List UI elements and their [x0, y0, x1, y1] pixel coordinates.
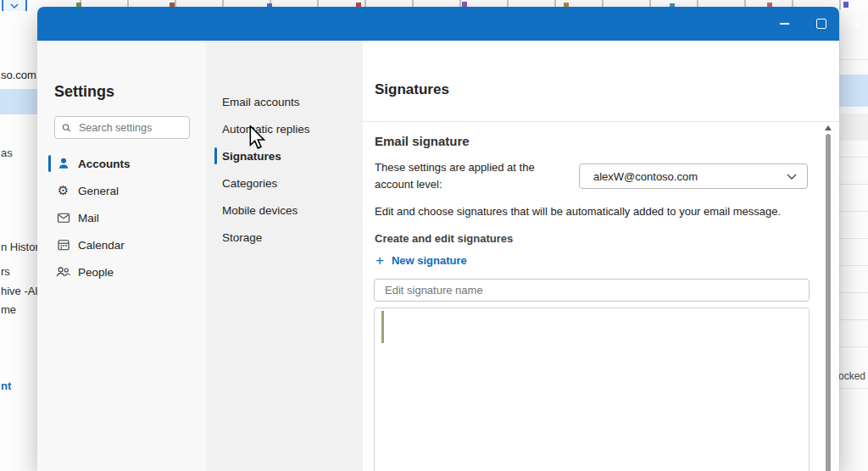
- dialog-body: Settings Accounts: [37, 41, 839, 471]
- chevron-down-icon: [10, 3, 19, 8]
- close-button[interactable]: ✕: [843, 13, 868, 35]
- row-divider: [839, 388, 868, 389]
- account-level-label-line1: These settings are applied at the: [375, 161, 535, 174]
- nav-item-label: Mobile devices: [222, 204, 298, 217]
- minimize-icon: [780, 23, 789, 25]
- sidebar-item-accounts[interactable]: Accounts: [37, 150, 206, 177]
- nav-item-automatic-replies[interactable]: Automatic replies: [206, 115, 363, 142]
- row-divider: [839, 292, 868, 293]
- sidebar-item-people[interactable]: People: [37, 258, 206, 285]
- message-text-fragment: ocked o: [838, 370, 868, 382]
- sidebar-item-label: People: [78, 266, 114, 279]
- nav-item-label: Categories: [222, 177, 277, 190]
- mail-icon: [56, 211, 70, 225]
- account-level-label: These settings are applied at the accoun…: [375, 159, 570, 193]
- scrollbar-up-arrow[interactable]: [825, 125, 832, 130]
- selected-message-row-fragment-right[interactable]: [839, 75, 868, 107]
- row-divider: [839, 265, 868, 266]
- close-icon: ✕: [854, 18, 863, 30]
- row-divider: [839, 346, 868, 347]
- new-signature-label: New signature: [392, 254, 467, 267]
- settings-sidebar: Settings Accounts: [37, 41, 206, 471]
- text-fragment: as: [1, 147, 13, 159]
- search-icon: [62, 123, 71, 133]
- new-signature-button[interactable]: + New signature: [376, 253, 467, 268]
- account-level-label-line2: account level:: [375, 178, 442, 191]
- selection-indicator: [48, 155, 51, 172]
- folder-fragment-2[interactable]: me: [1, 303, 16, 316]
- nav-item-signatures[interactable]: Signatures: [206, 142, 363, 169]
- sidebar-item-calendar[interactable]: Calendar: [37, 231, 206, 258]
- email-signature-heading: Email signature: [375, 134, 470, 148]
- nav-item-email-accounts[interactable]: Email accounts: [206, 88, 363, 115]
- row-divider: [839, 59, 868, 60]
- sidebar-nav: Accounts ⚙ General Mail: [37, 150, 206, 285]
- row-divider: [839, 211, 868, 212]
- signatures-panel: Signatures Email signature These setting…: [363, 41, 839, 471]
- row-divider: [839, 184, 868, 185]
- sidebar-item-label: Calendar: [78, 239, 125, 252]
- page-title: Signatures: [375, 81, 449, 98]
- create-edit-signatures-label: Create and edit signatures: [375, 232, 513, 245]
- account-dropdown-value: alexW@contoso.com: [593, 170, 698, 183]
- search-input[interactable]: [77, 121, 182, 135]
- gear-icon: ⚙: [56, 184, 70, 198]
- nav-item-label: Storage: [222, 231, 262, 244]
- nav-item-categories[interactable]: Categories: [206, 169, 363, 197]
- add-account-link-fragment[interactable]: nt: [1, 380, 11, 392]
- person-icon: [56, 157, 70, 171]
- settings-dialog: ✕ Settings A: [37, 7, 839, 471]
- minimize-button[interactable]: [770, 13, 798, 35]
- account-dropdown[interactable]: alexW@contoso.com: [579, 163, 808, 189]
- signatures-description: Edit and choose signatures that will be …: [375, 205, 781, 218]
- plus-icon: +: [376, 253, 384, 268]
- mouse-cursor: [248, 125, 267, 151]
- row-divider: [839, 238, 868, 239]
- text-caret: [381, 311, 384, 343]
- selected-message-row-fragment[interactable]: [0, 89, 37, 114]
- screen: so.com as n History rs hive -Alex me nt …: [0, 0, 868, 471]
- sidebar-item-label: Mail: [78, 212, 99, 224]
- settings-title: Settings: [54, 83, 114, 101]
- email-address-fragment: so.com: [1, 69, 36, 81]
- nav-item-label: Email accounts: [222, 96, 300, 108]
- background-folder-pane: so.com as n History rs hive -Alex me nt: [0, 11, 37, 471]
- sidebar-item-mail[interactable]: Mail: [37, 204, 206, 231]
- dialog-titlebar: ✕: [37, 7, 839, 41]
- sidebar-item-general[interactable]: ⚙ General: [37, 177, 206, 204]
- folder-fragment[interactable]: rs: [1, 265, 10, 278]
- calendar-icon: [56, 238, 70, 252]
- row-divider: [839, 157, 868, 158]
- nav-item-label: Signatures: [222, 150, 281, 163]
- signature-editor[interactable]: AA A B I U: [374, 308, 810, 471]
- sidebar-item-label: General: [78, 185, 119, 197]
- row-divider: [839, 319, 868, 320]
- nav-item-mobile-devices[interactable]: Mobile devices: [206, 197, 363, 224]
- chevron-down-icon: [787, 174, 797, 180]
- nav-item-storage[interactable]: Storage: [206, 224, 363, 251]
- search-settings-box[interactable]: [54, 116, 190, 139]
- scrollbar-thumb[interactable]: [826, 134, 831, 471]
- people-icon: [56, 265, 70, 280]
- panel-header: Signatures: [363, 41, 839, 122]
- sidebar-item-label: Accounts: [78, 158, 131, 170]
- maximize-button[interactable]: [807, 13, 836, 35]
- maximize-icon: [816, 19, 826, 29]
- signature-name-input[interactable]: [374, 279, 810, 302]
- message-row-fragment[interactable]: [839, 114, 868, 141]
- selection-indicator: [214, 147, 217, 164]
- account-settings-nav: Email accounts Automatic replies Signatu…: [206, 41, 363, 471]
